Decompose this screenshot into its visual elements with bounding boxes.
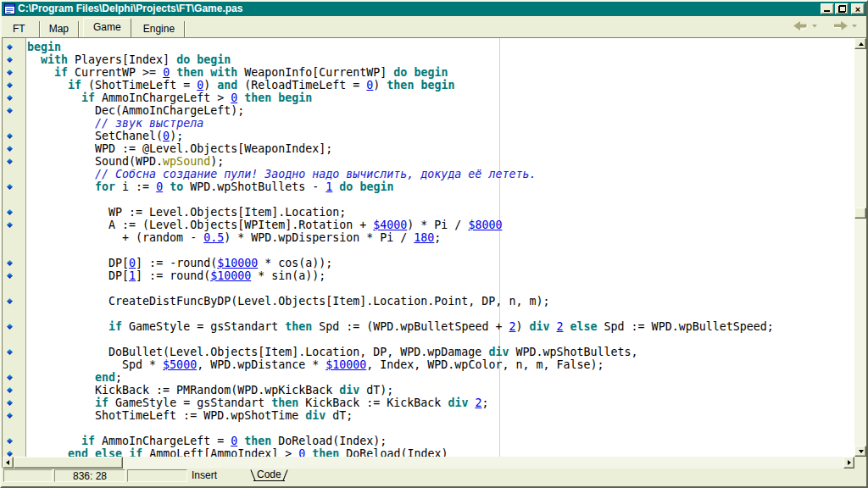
- gutter-cell[interactable]: [3, 130, 27, 142]
- code-line[interactable]: // Собсна создание пули! Заодно надо выч…: [3, 168, 854, 180]
- gutter-cell[interactable]: [3, 269, 27, 282]
- code-text: if (ShotTimeLeft = 0) and (ReloadTimeLef…: [27, 79, 854, 92]
- code-line[interactable]: [3, 193, 854, 206]
- minimize-button[interactable]: [821, 3, 834, 14]
- tab-engine[interactable]: Engine: [134, 21, 185, 37]
- code-editor[interactable]: begin with Players[Index] do begin if Cu…: [3, 38, 854, 457]
- vertical-scrollbar[interactable]: [854, 38, 866, 457]
- code-line[interactable]: Spd * $5000, WPD.wpDistance * $10000, In…: [3, 358, 854, 371]
- code-line[interactable]: CreateDistFuncByDP(Level.Objects[Item].L…: [3, 295, 854, 308]
- nav-back-icon[interactable]: [793, 21, 808, 30]
- code-bottom-tab[interactable]: Code: [253, 469, 286, 482]
- gutter-cell[interactable]: [3, 41, 27, 53]
- code-line[interactable]: A := (Level.Objects[WPItem].Rotation + $…: [3, 219, 854, 231]
- gutter-cell[interactable]: [3, 53, 27, 66]
- restore-button[interactable]: [835, 3, 849, 14]
- gutter-cell[interactable]: [3, 447, 27, 457]
- code-line[interactable]: // звук выстрела: [3, 117, 854, 130]
- code-line[interactable]: SetChanel(0);: [3, 130, 854, 142]
- scroll-down-button[interactable]: [854, 446, 866, 457]
- gutter-cell[interactable]: [3, 219, 27, 231]
- tab-game[interactable]: Game: [83, 18, 131, 37]
- gutter-cell[interactable]: [3, 79, 27, 92]
- nav-forward-icon[interactable]: [833, 21, 848, 30]
- gutter-cell[interactable]: [3, 92, 27, 104]
- title-bar[interactable]: C:\Program Files\Delphi\Projects\FT\Game…: [2, 2, 866, 16]
- breakpoint-dot-icon: [7, 413, 13, 419]
- code-text: A := (Level.Objects[WPItem].Rotation + $…: [27, 219, 854, 231]
- gutter-cell[interactable]: [3, 117, 27, 130]
- gutter-cell[interactable]: [3, 155, 27, 168]
- code-line[interactable]: KickBack := PMRandom(WPD.wpKickBack div …: [3, 384, 854, 396]
- gutter-cell[interactable]: [3, 282, 27, 295]
- status-line-col: 836: 28: [54, 469, 125, 482]
- gutter-cell[interactable]: [3, 231, 27, 244]
- gutter-cell[interactable]: [3, 358, 27, 371]
- scroll-right-button[interactable]: [843, 457, 854, 469]
- code-line[interactable]: if (ShotTimeLeft = 0) and (ReloadTimeLef…: [3, 79, 854, 92]
- gutter-cell[interactable]: [3, 384, 27, 396]
- code-text: [27, 308, 854, 320]
- gutter-cell[interactable]: [3, 409, 27, 422]
- gutter-cell[interactable]: [3, 435, 27, 447]
- gutter-cell[interactable]: [3, 295, 27, 308]
- code-line[interactable]: end else if AmmoLeft[AmmoIndex] > 0 then…: [3, 447, 854, 457]
- code-line[interactable]: if CurrentWP >= 0 then with WeaponInfo[C…: [3, 66, 854, 79]
- gutter-cell[interactable]: [3, 206, 27, 219]
- code-line[interactable]: DP[1] := round($10000 * sin(a));: [3, 269, 854, 282]
- vertical-scrollbar-thumb[interactable]: [854, 208, 866, 219]
- gutter-cell[interactable]: [3, 244, 27, 257]
- tab-ft[interactable]: FT: [5, 21, 40, 37]
- code-line[interactable]: if GameStyle = gsStandart then Spd := (W…: [3, 320, 854, 333]
- code-line[interactable]: DP[0] := -round($10000 * cos(a));: [3, 257, 854, 269]
- gutter-cell[interactable]: [3, 333, 27, 346]
- code-line[interactable]: ShotTimeLeft := WPD.wpShotTime div dT;: [3, 409, 854, 422]
- gutter-cell[interactable]: [3, 346, 27, 358]
- code-line[interactable]: with Players[Index] do begin: [3, 53, 854, 66]
- breakpoint-dot-icon: [7, 69, 13, 75]
- code-line[interactable]: Dec(AmmoInChargeLeft);: [3, 104, 854, 117]
- breakpoint-dot-icon: [7, 400, 13, 406]
- code-line[interactable]: end;: [3, 371, 854, 384]
- scroll-up-button[interactable]: [854, 38, 866, 49]
- code-line[interactable]: [3, 244, 854, 257]
- code-line[interactable]: Sound(WPD.wpSound);: [3, 155, 854, 168]
- gutter-cell[interactable]: [3, 142, 27, 155]
- gutter-cell[interactable]: [3, 308, 27, 320]
- code-line[interactable]: [3, 422, 854, 435]
- window-title: C:\Program Files\Delphi\Projects\FT\Game…: [18, 2, 242, 16]
- gutter-cell[interactable]: [3, 422, 27, 435]
- nav-back-caret-icon[interactable]: [811, 24, 818, 28]
- code-line[interactable]: DoBullet(Level.Objects[Item].Location, D…: [3, 346, 854, 358]
- tab-map[interactable]: Map: [40, 21, 79, 37]
- code-tab-label: Code: [253, 469, 285, 481]
- status-panel-empty-2: [127, 469, 187, 482]
- horizontal-scrollbar-thumb[interactable]: [14, 457, 123, 469]
- code-line[interactable]: WPD := @Level.Objects[WeaponIndex];: [3, 142, 854, 155]
- gutter-cell[interactable]: [3, 104, 27, 117]
- code-text: [27, 333, 854, 346]
- gutter-cell[interactable]: [3, 320, 27, 333]
- scroll-left-button[interactable]: [3, 457, 14, 469]
- code-line[interactable]: [3, 282, 854, 295]
- code-line[interactable]: + (random - 0.5) * WPD.wpDispersion * Pi…: [3, 231, 854, 244]
- code-line[interactable]: [3, 308, 854, 320]
- gutter-cell[interactable]: [3, 66, 27, 79]
- close-button[interactable]: ×: [851, 3, 865, 14]
- gutter-cell[interactable]: [3, 180, 27, 193]
- nav-forward-caret-icon[interactable]: [851, 24, 858, 28]
- code-line[interactable]: WP := Level.Objects[Item].Location;: [3, 206, 854, 219]
- gutter-cell[interactable]: [3, 193, 27, 206]
- code-line[interactable]: if GameStyle = gsStandart then KickBack …: [3, 396, 854, 409]
- code-line[interactable]: begin: [3, 41, 854, 53]
- gutter-cell[interactable]: [3, 168, 27, 180]
- gutter-cell[interactable]: [3, 371, 27, 384]
- gutter-cell[interactable]: [3, 396, 27, 409]
- code-line[interactable]: [3, 333, 854, 346]
- breakpoint-dot-icon: [7, 44, 13, 50]
- horizontal-scrollbar[interactable]: [3, 457, 854, 469]
- gutter-cell[interactable]: [3, 257, 27, 269]
- code-line[interactable]: if AmmoInChargeLeft > 0 then begin: [3, 92, 854, 104]
- code-line[interactable]: if AmmoInChargeLeft = 0 then DoReload(In…: [3, 435, 854, 447]
- code-line[interactable]: for i := 0 to WPD.wpShotBullets - 1 do b…: [3, 180, 854, 193]
